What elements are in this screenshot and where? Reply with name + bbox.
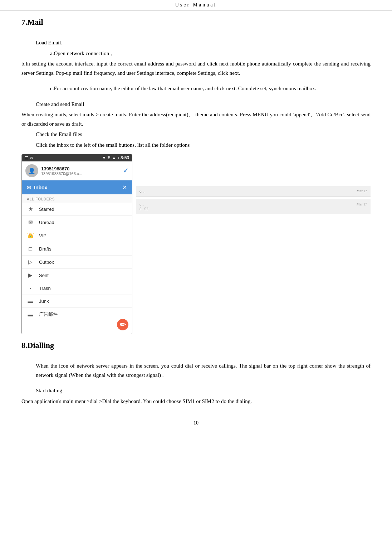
preview-item-1: Mar 17 6... [136,186,371,196]
page-number: 10 [193,420,199,426]
preview-date-2: Mar 17 [357,202,367,206]
folder-item-drafts[interactable]: ◻ Drafts [22,242,132,256]
section8-desc2: Open application's main menu>dial >Dial … [21,397,371,406]
signal-wifi-icon: ▼ [102,155,106,160]
start-dialing-label: Start dialing [21,386,371,396]
junk-label: Junk [39,299,49,304]
check-icon[interactable]: ✓ [123,167,128,175]
folder-item-starred[interactable]: ★ Starred [22,203,132,216]
phone-screenshot-wrap: ☰ ✉ ▼ E ▲ ▪ 8:53 👤 13951988670 13 [21,154,371,334]
time-display: 8:53 [121,155,129,160]
check-files: Check the Email files [21,130,371,139]
ads-label: 广告邮件 [39,311,58,317]
trash-label: Trash [39,286,51,291]
account-email-address: 13951988670@163.c... [41,171,120,176]
email-header-row: 👤 13951988670 13951988670@163.c... ✓ [22,161,132,180]
folder-list: ★ Starred ✉ Unread 👑 VIP ◻ Drafts ▷ [22,203,132,321]
status-left-icons: ☰ ✉ [25,156,33,160]
step-a: a.Open network connection， [21,49,371,58]
close-icon[interactable]: ✕ [122,184,127,191]
vip-icon: 👑 [27,232,34,239]
folder-item-trash[interactable]: ▪ Trash [22,282,132,295]
outbox-label: Outbox [39,259,54,265]
header-text: User Manual [175,2,217,8]
create-email-label: Create and send Email [21,100,371,109]
preview-snippet-2: t...5...52 [139,202,367,211]
create-email-desc1: When creating mails, select mails > crea… [21,110,371,128]
section7-title: 7.Mail [21,18,371,27]
notification-icon: ☰ [25,156,28,160]
junk-icon: ▬ [27,298,34,304]
avatar-icon: 👤 [28,168,35,174]
outbox-icon: ▷ [27,259,34,265]
sent-icon: ▶ [27,272,34,278]
folder-item-ads[interactable]: ▬ 广告邮件 [22,308,132,321]
starred-label: Starred [39,207,54,212]
page-content: 7.Mail Load Email. a.Open network connec… [0,10,392,440]
compose-icon: ✏ [120,320,126,329]
unread-label: Unread [39,220,54,225]
mail-status-icon: ✉ [30,156,33,160]
folder-item-vip[interactable]: 👑 VIP [22,229,132,242]
phone-screenshot: ☰ ✉ ▼ E ▲ ▪ 8:53 👤 13951988670 13 [21,154,132,334]
folder-item-sent[interactable]: ▶ Sent [22,269,132,282]
vip-label: VIP [39,233,46,238]
section8-title: 8.Dialling [21,341,371,350]
starred-icon: ★ [27,206,34,212]
folder-item-outbox[interactable]: ▷ Outbox [22,256,132,269]
battery-icon: ▪ [118,155,119,160]
unread-icon: ✉ [27,219,34,225]
signal-up-icon: ▲ [112,155,116,160]
compose-fab-button[interactable]: ✏ [117,319,128,330]
sent-label: Sent [39,273,49,278]
page-footer: 10 [21,420,371,426]
inbox-bar[interactable]: ✉ Inbox ✕ [22,180,132,194]
right-preview: Mar 17 6... Mar 17 t...5...52 [132,154,371,334]
avatar: 👤 [25,164,38,177]
drafts-label: Drafts [39,246,52,252]
drafts-icon: ◻ [27,246,34,252]
email-header-info: 13951988670 13951988670@163.c... [41,166,120,176]
section8-desc1: When the icon of network server appears … [21,362,371,380]
folder-item-unread[interactable]: ✉ Unread [22,216,132,229]
preview-snippet-1: 6... [139,189,367,193]
inbox-left: ✉ Inbox [27,185,47,190]
load-email-label: Load Email. [21,38,371,48]
click-inbox: Click the inbox to the left of the small… [21,141,371,150]
inbox-label: Inbox [34,185,47,190]
folder-section-label: ALL FOLDERS [22,194,132,203]
preview-date-1: Mar 17 [357,189,367,193]
ads-icon: ▬ [27,311,34,317]
status-right-info: ▼ E ▲ ▪ 8:53 [102,155,129,160]
inbox-icon: ✉ [27,185,31,190]
folder-item-junk[interactable]: ▬ Junk [22,295,132,308]
signal-e-icon: E [108,155,111,160]
status-bar: ☰ ✉ ▼ E ▲ ▪ 8:53 [22,154,132,161]
page-header: User Manual [0,0,392,10]
trash-icon: ▪ [27,285,34,291]
account-phone-number: 13951988670 [41,166,120,171]
step-b: b.In setting the account interface, inpu… [21,59,371,78]
preview-item-2: Mar 17 t...5...52 [136,199,371,214]
step-c: c.For account creation name, the editor … [21,84,371,93]
